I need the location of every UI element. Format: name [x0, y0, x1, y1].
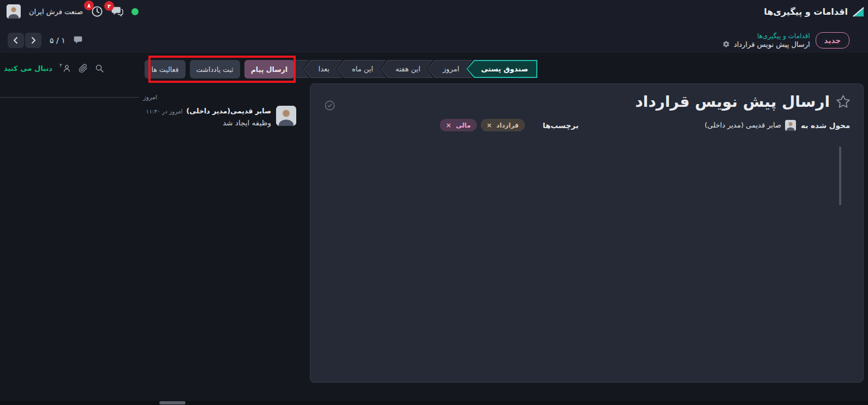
message-timestamp: امروز در ۱۱:۳۰	[146, 108, 183, 114]
table-cell[interactable]	[839, 167, 840, 188]
table-cell[interactable]	[840, 188, 840, 205]
message-author-avatar[interactable]	[276, 106, 296, 126]
tab-label: این ماه	[337, 60, 386, 78]
breadcrumb-parent-link[interactable]: اقدامات و پیگیری‌ها	[757, 32, 810, 40]
chatter-action-buttons: ارسال پیام ثبت یادداشت فعالیت ها	[153, 60, 294, 78]
odoo-activities-app: { "topbar": { "app_title": "اقدامات و پی…	[0, 0, 868, 405]
message-header: صابر قدیمی(مدیر داخلی) امروز در ۱۱:۳۰	[146, 107, 271, 115]
record-title[interactable]: ارسال پیش نویس قرارداد	[635, 93, 830, 111]
assignee-field: محول شده به صابر قدیمی (مدیر داخلی)	[595, 119, 851, 131]
top-strip: اقدامات و پیگیری‌ها ۳ ۸ صنعت فرش ایران ج…	[0, 0, 868, 53]
follower-person-icon	[62, 64, 71, 73]
horizontal-scrollbar-thumb[interactable]	[159, 401, 185, 404]
following-toggle[interactable]: دنبال می کنید	[4, 64, 52, 72]
breadcrumb-current: ارسال پیش نویس قرارداد	[722, 40, 810, 49]
app-brand[interactable]: اقدامات و پیگیری‌ها	[764, 5, 865, 18]
table-cell[interactable]	[840, 167, 840, 188]
tag-remove-icon[interactable]: ×	[446, 122, 451, 129]
user-avatar-image	[7, 4, 21, 19]
tags-field: برچسب‌ها قرارداد × مالی ×	[324, 119, 579, 131]
followers-count: ۲	[59, 62, 62, 68]
tab-label: این هفته	[380, 60, 434, 78]
assignee-name: صابر قدیمی (مدیر داخلی)	[705, 121, 782, 129]
tag-label: قرارداد	[496, 122, 519, 129]
attachments-icon[interactable]	[79, 64, 88, 73]
chatter-toggle-icon[interactable]	[74, 35, 85, 45]
assignee-label: محول شده به	[801, 121, 850, 130]
form-fields: محول شده به صابر قدیمی (مدیر داخلی) برچس…	[310, 111, 863, 131]
table-row	[839, 188, 841, 205]
breadcrumb-current-label: ارسال پیش نویس قرارداد	[734, 40, 810, 49]
table-cell[interactable]	[840, 147, 840, 167]
tab-mailbox[interactable]: صندوق پستی	[466, 60, 537, 78]
top-navbar: اقدامات و پیگیری‌ها ۳ ۸ صنعت فرش ایران	[0, 0, 868, 23]
activity-state-tabs: صندوق پستی امروز این هفته این ماه بعدا .…	[274, 60, 537, 78]
tag-label: مالی	[456, 122, 470, 129]
divider-line	[0, 97, 139, 98]
favorite-star-icon[interactable]	[835, 94, 851, 110]
tab-this-week[interactable]: این هفته	[380, 60, 434, 78]
tags-list: قرارداد × مالی ×	[440, 119, 525, 131]
pager-next-button[interactable]	[25, 33, 41, 48]
tag-finance[interactable]: مالی ×	[440, 119, 476, 131]
table-cell[interactable]	[840, 188, 841, 205]
tab-label: امروز	[428, 60, 472, 78]
pager-buttons	[8, 33, 41, 48]
assignee-avatar-image	[785, 120, 796, 131]
tags-label: برچسب‌ها	[543, 121, 579, 130]
tab-this-month[interactable]: این ماه	[337, 60, 386, 78]
app-title: اقدامات و پیگیری‌ها	[764, 7, 848, 17]
mark-done-check-icon[interactable]	[324, 100, 336, 111]
table-row	[839, 147, 841, 167]
control-panel: جدید اقدامات و پیگیری‌ها ارسال پیش نویس …	[0, 23, 868, 53]
pager-previous-button[interactable]	[8, 33, 24, 48]
table-row	[839, 167, 841, 188]
tab-today[interactable]: امروز	[428, 60, 472, 78]
message-body: وظیفه ایجاد شد	[146, 118, 271, 127]
breadcrumb-area: جدید اقدامات و پیگیری‌ها ارسال پیش نویس …	[722, 32, 849, 49]
message-content: صابر قدیمی(مدیر داخلی) امروز در ۱۱:۳۰ وظ…	[146, 106, 271, 127]
new-record-button[interactable]: جدید	[816, 32, 849, 49]
activities-systray-button[interactable]: ۸	[91, 5, 103, 17]
tag-contract[interactable]: قرارداد ×	[481, 119, 525, 131]
divider-date-label: امروز	[143, 94, 157, 101]
table-cell[interactable]	[840, 147, 841, 167]
log-note-button[interactable]: ثبت یادداشت	[190, 60, 240, 78]
topbar-systray: ۳ ۸ صنعت فرش ایران	[7, 4, 139, 19]
user-avatar[interactable]	[7, 4, 21, 19]
messages-count-badge: ۳	[104, 1, 114, 11]
horizontal-scrollbar[interactable]	[0, 401, 868, 405]
app-logo-icon	[852, 5, 865, 18]
assignee-avatar	[785, 120, 796, 131]
assignee-value[interactable]: صابر قدیمی (مدیر داخلی)	[705, 120, 797, 131]
settings-gear-icon[interactable]	[722, 40, 730, 48]
form-sheet: ارسال پیش نویس قرارداد محول شده به صابر …	[310, 83, 864, 383]
table-cell[interactable]	[840, 167, 841, 188]
followers-button[interactable]: ۲	[59, 64, 71, 73]
chatter-message[interactable]: صابر قدیمی(مدیر داخلی) امروز در ۱۱:۳۰ وظ…	[0, 106, 296, 127]
pager-area: ۵ / ۱	[8, 33, 85, 48]
pager-counter: ۵ / ۱	[50, 36, 65, 45]
online-status-dot	[131, 8, 139, 15]
breadcrumb: اقدامات و پیگیری‌ها ارسال پیش نویس قرارد…	[722, 32, 810, 49]
messages-systray-button[interactable]: ۳	[111, 6, 123, 17]
date-divider: امروز	[0, 94, 157, 101]
tag-remove-icon[interactable]: ×	[487, 122, 492, 129]
search-messages-icon[interactable]	[95, 64, 104, 73]
tab-label: صندوق پستی	[466, 60, 537, 78]
description-table[interactable]	[839, 147, 841, 205]
table-cell[interactable]	[839, 147, 840, 167]
activities-button[interactable]: فعالیت ها	[145, 60, 185, 78]
company-name[interactable]: صنعت فرش ایران	[29, 8, 83, 16]
chevron-right-icon	[30, 37, 37, 44]
author-avatar-image	[276, 106, 296, 126]
message-author-name[interactable]: صابر قدیمی(مدیر داخلی)	[187, 107, 271, 115]
activities-count-badge: ۸	[84, 1, 94, 10]
chatter-topbar-tools: ۲ دنبال می کنید	[4, 64, 104, 73]
table-cell[interactable]	[839, 188, 840, 205]
form-title-row: ارسال پیش نویس قرارداد	[310, 84, 863, 111]
send-message-button[interactable]: ارسال پیام	[244, 60, 294, 78]
chevron-left-icon	[13, 37, 19, 44]
